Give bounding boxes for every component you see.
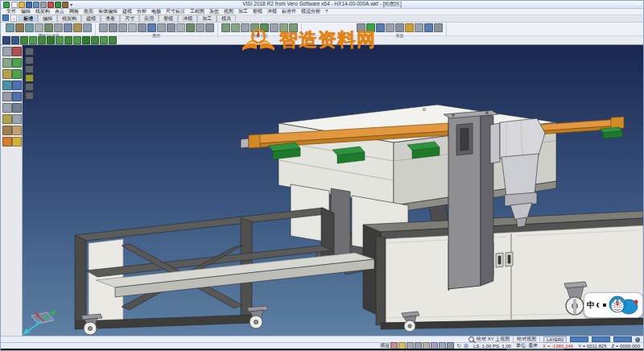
toolbar-tab[interactable]: 尺寸 [120, 14, 139, 22]
toolbar-icon[interactable] [205, 23, 214, 32]
toolbar-icon[interactable] [176, 23, 185, 32]
toolbar-icon[interactable] [64, 36, 72, 44]
quick-access-icon[interactable] [19, 2, 25, 8]
toolbar-icon[interactable] [128, 23, 137, 32]
toolbar-icon[interactable] [109, 23, 118, 32]
active-layer-button[interactable]: LAYER0 [543, 337, 567, 343]
dock-button[interactable] [25, 74, 34, 82]
toolbar-icon[interactable] [147, 23, 156, 32]
palette-icon[interactable] [2, 114, 12, 124]
quick-access-icon[interactable] [40, 2, 47, 8]
menu-item[interactable]: 尺寸标注 [163, 9, 188, 14]
toolbar-icon[interactable] [231, 23, 240, 32]
palette-icon[interactable] [2, 69, 12, 79]
toolbar-tab[interactable]: 线架构 [57, 14, 81, 22]
toolbar-icon[interactable] [270, 23, 279, 32]
menu-item[interactable]: 加工 [236, 9, 250, 14]
toolbar-icon[interactable] [54, 23, 63, 32]
ime-menu-icon[interactable] [603, 304, 606, 307]
workbook-icon[interactable] [2, 14, 9, 21]
menu-item[interactable]: 编辑 [19, 9, 33, 14]
palette-icon[interactable] [2, 81, 12, 90]
menu-item[interactable]: 点云 [52, 9, 67, 14]
palette-icon[interactable] [12, 69, 22, 79]
toolbar-tab[interactable]: 应用 [139, 14, 159, 22]
input-method-toolbar[interactable]: 中 [584, 292, 643, 318]
toolbar-icon[interactable] [157, 23, 166, 32]
toolbar-icon[interactable] [83, 23, 92, 32]
view-mode-label[interactable]: 绝对 XY 上视图 [477, 336, 510, 343]
menu-item[interactable]: 电极 [149, 9, 163, 14]
menu-item[interactable]: 模流分析 [299, 9, 323, 14]
toolbar-icon[interactable] [6, 23, 14, 32]
magnifier-icon[interactable] [469, 337, 474, 342]
toolbar-icon[interactable] [260, 23, 269, 32]
palette-icon[interactable] [12, 126, 22, 135]
quick-access-icon[interactable] [47, 2, 54, 8]
toolbar-icon[interactable] [100, 36, 108, 44]
toolbar-icon[interactable] [11, 36, 19, 44]
moon-icon[interactable] [597, 303, 601, 308]
toolbar-icon[interactable] [38, 36, 46, 44]
toolbar-icon[interactable] [376, 23, 385, 32]
toolbar-tab[interactable]: 标准 [19, 14, 38, 22]
palette-icon[interactable] [2, 126, 12, 135]
palette-icon[interactable] [2, 137, 12, 147]
toolbar-icon[interactable] [118, 23, 127, 32]
dock-button[interactable] [25, 92, 34, 100]
toolbar-icon[interactable] [250, 23, 259, 32]
grid-toggle-icon[interactable]: ⊞ [464, 343, 469, 349]
menu-item[interactable]: 文件 [4, 9, 19, 14]
palette-icon[interactable] [12, 47, 22, 56]
quick-access-icon[interactable] [11, 2, 18, 8]
toolbar-icon[interactable] [29, 36, 37, 44]
toolbar-icon[interactable] [35, 23, 43, 32]
toolbar-icon[interactable] [25, 23, 34, 32]
menu-item[interactable]: 建模 [120, 9, 134, 14]
palette-icon[interactable] [12, 58, 22, 68]
toolbar-icon[interactable] [289, 23, 298, 32]
toolbar-icon[interactable] [64, 23, 72, 32]
quick-access-icon[interactable] [26, 2, 32, 8]
toolbar-tab[interactable]: 模具 [217, 14, 236, 22]
refresh-icon[interactable]: ↻ [456, 343, 461, 349]
menu-item[interactable]: 网格 [67, 9, 81, 14]
toolbar-tab[interactable]: 查看 [101, 14, 120, 22]
collapse-button[interactable]: - [10, 14, 17, 22]
toolbar-icon[interactable] [15, 23, 24, 32]
toolbar-tab[interactable]: 塑模 [159, 14, 178, 22]
menu-item[interactable]: 塑模 [250, 9, 265, 14]
menu-item[interactable]: 曲面 [81, 9, 96, 14]
quick-access-caret-icon[interactable]: ▾ [70, 2, 72, 7]
toolbar-tab[interactable]: 冲模 [178, 14, 197, 22]
quick-access-icon[interactable] [62, 2, 68, 8]
dock-button[interactable] [25, 47, 34, 56]
toolbar-icon[interactable] [44, 23, 53, 32]
3d-viewport[interactable]: 中 [1, 45, 643, 336]
toolbar-icon[interactable] [82, 36, 90, 44]
toolbar-tab[interactable]: 加工 [197, 14, 217, 22]
menu-item[interactable]: 标准件 [279, 9, 299, 14]
toolbar-icon[interactable] [424, 23, 433, 32]
toolbar-icon[interactable] [56, 36, 64, 44]
toolbar-tab[interactable]: 建模 [81, 14, 101, 22]
palette-icon[interactable] [12, 81, 22, 90]
menu-item[interactable]: ? [323, 9, 330, 14]
toolbar-icon[interactable] [73, 23, 82, 32]
palette-icon[interactable] [2, 47, 12, 56]
toolbar-icon[interactable] [405, 23, 414, 32]
menu-item[interactable]: 工程图 [188, 9, 207, 14]
toolbar-icon[interactable] [434, 23, 443, 32]
toolbar-icon[interactable] [167, 23, 175, 32]
menu-item[interactable]: 线架构 [33, 9, 52, 14]
toolbar-icon[interactable] [138, 23, 147, 32]
palette-icon[interactable] [2, 103, 12, 113]
toolbar-icon[interactable] [73, 36, 81, 44]
toolbar-icon[interactable] [415, 23, 423, 32]
dock-button[interactable] [25, 65, 34, 73]
quick-access-icon[interactable] [33, 2, 39, 8]
toolbar-icon[interactable] [221, 23, 230, 32]
toolbar-icon[interactable] [99, 23, 108, 32]
layer-swatch[interactable] [592, 337, 610, 342]
palette-icon[interactable] [2, 58, 12, 68]
